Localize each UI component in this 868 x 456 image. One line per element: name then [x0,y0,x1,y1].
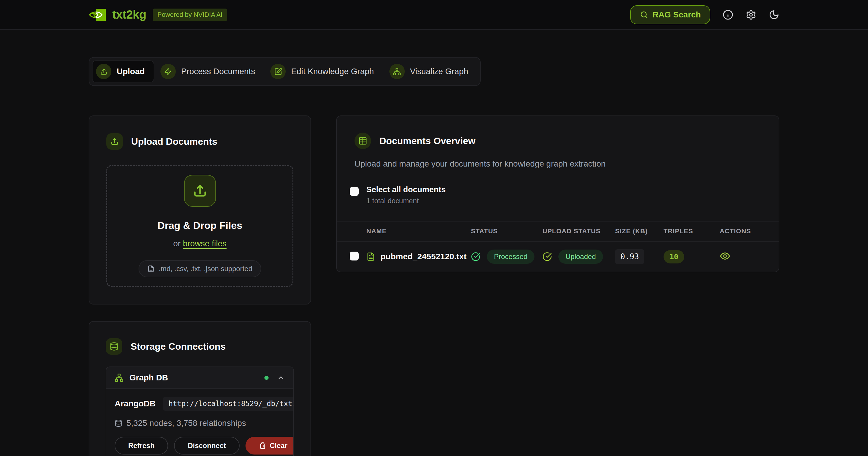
clear-label: Clear [270,442,287,450]
eye-icon [720,251,730,261]
tab-visualize-graph[interactable]: Visualize Graph [386,61,477,83]
main-tab-bar: Upload Process Documents Edit Knowledge … [89,57,481,86]
upload-icon [184,175,216,207]
size-value: 0.93 [615,249,644,264]
column-actions: Actions [720,227,766,235]
info-button[interactable] [723,9,733,20]
file-text-icon [366,252,375,261]
gear-icon [746,9,756,20]
graph-db-stats: 5,325 nodes, 3,758 relationships [126,419,246,428]
select-all-label: Select all documents [366,185,446,194]
graph-db-header[interactable]: Graph DB [106,367,293,389]
tab-upload-label: Upload [117,67,145,76]
trash-icon [259,442,266,449]
powered-by-badge: Powered by NVIDIA AI [153,8,227,21]
file-icon [148,265,155,272]
row-checkbox[interactable] [350,252,359,260]
upload-status-badge: Uploaded [558,250,603,264]
table-row: pubmed_24552120.txt Processed Uploaded 0… [337,241,779,272]
graph-db-details: ArangoDB http://localhost:8529/_db/txt2k… [106,389,293,456]
database-icon [115,419,122,427]
select-all-checkbox[interactable] [350,187,359,196]
disconnect-button[interactable]: Disconnect [174,437,239,455]
network-icon [390,64,405,79]
info-icon [723,9,733,20]
upload-card-title: Upload Documents [131,136,217,147]
nvidia-logo-icon [89,9,106,21]
clear-button[interactable]: Clear [246,437,294,455]
tab-visualize-graph-label: Visualize Graph [410,67,468,76]
theme-toggle-button[interactable] [769,9,779,20]
documents-table-header: Name Status Upload Status Size (KB) Trip… [337,221,779,241]
dropzone-subtitle: or browse files [173,239,226,249]
check-circle-icon [471,252,480,261]
dropzone-or-text: or [173,239,183,248]
graph-db-provider: ArangoDB [115,399,155,409]
graph-db-url: http://localhost:8529/_db/txt2kg [163,397,294,411]
status-badge: Processed [487,250,534,264]
column-upload-status: Upload Status [542,227,615,235]
database-icon [106,338,122,355]
documents-card-title: Documents Overview [379,136,475,146]
browse-files-link[interactable]: browse files [183,239,226,248]
view-document-button[interactable] [720,251,730,261]
graph-db-panel: Graph DB ArangoDB http://localhost:8 [106,366,294,456]
search-icon [640,10,649,19]
refresh-button[interactable]: Refresh [115,437,168,455]
column-name: Name [366,227,471,235]
tab-edit-knowledge-graph-label: Edit Knowledge Graph [291,67,374,76]
refresh-label: Refresh [128,442,155,450]
settings-button[interactable] [746,9,756,20]
brand-group: txt2kg Powered by NVIDIA AI [89,8,227,21]
graph-db-label: Graph DB [129,373,168,383]
supported-formats-text: .md, .csv, .txt, .json supported [159,265,252,273]
storage-connections-card: Storage Connections Graph DB [89,321,311,456]
dropzone-title: Drag & Drop Files [157,220,242,231]
document-name: pubmed_24552120.txt [380,252,466,261]
app-title: txt2kg [112,8,146,21]
tab-upload[interactable]: Upload [92,61,154,83]
documents-overview-card: Documents Overview Upload and manage you… [336,116,779,272]
tab-edit-knowledge-graph[interactable]: Edit Knowledge Graph [267,61,382,83]
column-triples: Triples [663,227,720,235]
zap-icon [160,64,176,79]
column-size: Size (KB) [615,227,663,235]
documents-card-subtitle: Upload and manage your documents for kno… [354,159,761,169]
edit-icon [270,64,286,79]
tab-process-documents[interactable]: Process Documents [157,61,264,83]
triples-count-badge: 10 [663,250,684,263]
moon-icon [769,9,779,20]
tab-process-documents-label: Process Documents [181,67,255,76]
supported-formats-badge: .md, .csv, .txt, .json supported [138,260,261,277]
upload-icon [106,133,123,150]
table-icon [354,133,371,149]
chevron-up-icon[interactable] [277,373,285,382]
check-circle-icon [542,252,552,261]
storage-card-title: Storage Connections [131,341,226,352]
network-icon [115,373,123,382]
app-header: txt2kg Powered by NVIDIA AI RAG Search [0,0,868,30]
rag-search-label: RAG Search [653,10,701,20]
upload-icon [96,64,112,79]
upload-documents-card: Upload Documents Drag & Drop Files or br… [89,116,311,304]
column-status: Status [471,227,542,235]
connected-status-dot [265,376,269,380]
file-dropzone[interactable]: Drag & Drop Files or browse files .md, .… [106,165,293,287]
header-actions: RAG Search [630,5,779,24]
rag-search-button[interactable]: RAG Search [630,5,710,24]
documents-total-count: 1 total document [366,197,446,205]
disconnect-label: Disconnect [188,442,226,450]
